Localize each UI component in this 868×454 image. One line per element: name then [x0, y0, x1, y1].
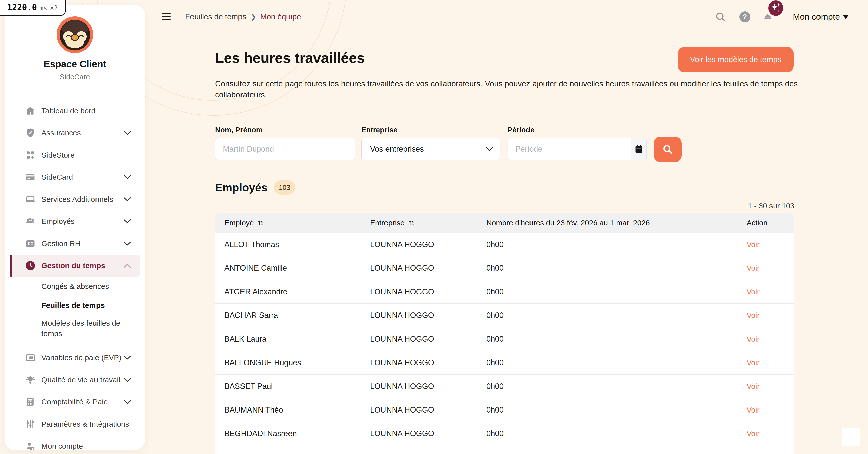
sidebar-item-label: Feuilles de temps — [41, 300, 105, 311]
app-title: Espace Client — [4, 59, 145, 70]
debug-time-unit: ms — [39, 4, 47, 12]
account-menu[interactable]: Mon compte — [793, 11, 848, 22]
company-select[interactable]: Vos entreprises — [361, 138, 500, 160]
sidebar-item-modeles-des-feuilles-de-temps[interactable]: Modèles des feuilles de temps — [4, 315, 145, 347]
sort-icon — [257, 219, 265, 227]
sidebar-item-conges-absences[interactable]: Congés & absences — [4, 277, 145, 296]
voir-link[interactable]: Voir — [747, 311, 760, 320]
sidebar-item-qualite-de-vie-au-travail[interactable]: Qualité de vie au travail — [4, 369, 145, 391]
breadcrumb-separator-icon: ❯ — [250, 12, 256, 21]
table-row: BEGHDADI NasreenLOUNNA HOGGO0h00Voir — [215, 422, 794, 446]
hamburger-menu-icon[interactable] — [162, 12, 172, 22]
voir-link[interactable]: Voir — [747, 240, 760, 249]
sidebar-item-label: Employés — [41, 216, 75, 227]
users-icon — [25, 216, 36, 227]
sidebar-item-label: Tableau de bord — [41, 105, 95, 116]
sparkles-badge-icon — [768, 0, 783, 16]
table-row: ALLOT ThomasLOUNNA HOGGO0h00Voir — [215, 233, 794, 256]
period-filter-label: Période — [508, 126, 534, 134]
employees-heading: Employés — [215, 181, 268, 194]
sidebar-item-sidestore[interactable]: SideStore — [4, 144, 145, 166]
cell-hours: 0h00 — [477, 287, 737, 296]
sidebar: Espace Client SideCare Tableau de bordAs… — [4, 4, 145, 451]
sidebar-item-label: Gestion RH — [41, 238, 81, 249]
cell-company: LOUNNA HOGGO — [361, 287, 477, 296]
cell-company: LOUNNA HOGGO — [361, 335, 477, 344]
evp-icon — [25, 352, 36, 363]
search-icon[interactable] — [715, 11, 726, 22]
breadcrumb-parent[interactable]: Feuilles de temps — [185, 12, 246, 21]
home-icon — [25, 105, 36, 116]
cell-action: Voir — [737, 405, 794, 415]
view-time-templates-button[interactable]: Voir les modèles de temps — [678, 47, 794, 72]
name-filter-input[interactable] — [215, 138, 355, 160]
chevron-up-icon — [124, 264, 131, 268]
voir-link[interactable]: Voir — [747, 382, 760, 390]
sidebar-item-gestion-rh[interactable]: Gestion RH — [4, 233, 145, 255]
account-label: Mon compte — [793, 12, 840, 22]
search-filter-button[interactable] — [654, 137, 682, 162]
sidebar-item-label: Mon compte — [41, 441, 83, 451]
sliders-icon — [25, 419, 36, 430]
store-icon — [25, 150, 36, 161]
cell-employee: BEGHDADI Nasreen — [215, 429, 361, 438]
period-input[interactable] — [508, 138, 631, 160]
cell-employee: ATGER Alexandre — [215, 287, 361, 296]
breadcrumb-current: Mon équipe — [260, 12, 301, 21]
sidebar-item-employes[interactable]: Employés — [4, 210, 145, 233]
penguin-logo-icon — [56, 16, 94, 54]
table-row: BALK LauraLOUNNA HOGGO0h00Voir — [215, 327, 794, 351]
sidebar-item-label: SideStore — [41, 150, 75, 160]
voir-link[interactable]: Voir — [747, 264, 760, 272]
cell-action: Voir — [737, 311, 794, 320]
sidebar-item-services-additionnels[interactable]: Services Additionnels — [4, 188, 145, 210]
pagination-status: 1 - 30 sur 103 — [215, 202, 794, 210]
voir-link[interactable]: Voir — [747, 359, 760, 367]
column-header-company[interactable]: Entreprise — [361, 219, 477, 227]
debug-multiplier: ×2 — [50, 4, 58, 12]
sidebar-item-label: Modèles des feuilles de temps — [41, 318, 129, 339]
voir-link[interactable]: Voir — [747, 429, 760, 438]
sidebar-item-feuilles-de-temps[interactable]: Feuilles de temps — [4, 296, 145, 315]
sidebar-item-label: SideCard — [41, 172, 73, 182]
cell-hours: 0h00 — [477, 311, 737, 320]
cell-company: LOUNNA HOGGO — [361, 311, 477, 320]
voir-link[interactable]: Voir — [747, 453, 760, 454]
voir-link[interactable]: Voir — [747, 287, 760, 296]
employees-table: Employé Entreprise Nombre d'heures du 23… — [215, 213, 794, 454]
sidebar-item-mon-compte[interactable]: Mon compte — [4, 435, 145, 451]
cell-action: Voir — [737, 335, 794, 344]
table-row: BACHAR SarraLOUNNA HOGGO0h00Voir — [215, 304, 794, 327]
table-row: ANTOINE CamilleLOUNNA HOGGO0h00Voir — [215, 256, 794, 280]
cell-hours: 0h00 — [477, 453, 737, 454]
voir-link[interactable]: Voir — [747, 406, 760, 414]
chevron-down-icon — [124, 175, 131, 180]
cell-employee: ANTOINE Camille — [215, 264, 361, 273]
cell-hours: 0h00 — [477, 405, 737, 415]
sidebar-item-gestion-du-temps[interactable]: Gestion du temps — [10, 255, 140, 277]
sidebar-item-variables-de-paie-evp[interactable]: Variables de paie (EVP) — [4, 347, 145, 369]
sidebar-item-label: Gestion du temps — [41, 261, 105, 271]
widget-placeholder-square — [842, 428, 860, 447]
sidebar-item-sidecard[interactable]: SideCard — [4, 166, 145, 188]
chevron-down-icon — [124, 377, 131, 382]
sidebar-item-assurances[interactable]: Assurances — [4, 122, 145, 144]
cell-company: LOUNNA HOGGO — [361, 264, 477, 273]
sidebar-item-tableau-de-bord[interactable]: Tableau de bord — [4, 100, 145, 122]
sidebar-item-comptabilite-paie[interactable]: Comptabilité & Paie — [4, 391, 145, 413]
sidebar-item-parametres-integrations[interactable]: Paramètres & Intégrations — [4, 413, 145, 435]
clock-icon — [25, 260, 36, 271]
debug-time-value: 1220.0 — [7, 2, 37, 12]
chevron-down-icon — [124, 241, 131, 246]
calendar-icon — [634, 144, 644, 154]
cell-action: Voir — [737, 429, 794, 438]
column-header-employee[interactable]: Employé — [215, 219, 361, 227]
table-header-row: Employé Entreprise Nombre d'heures du 23… — [215, 213, 794, 233]
cell-company: LOUNNA HOGGO — [361, 405, 477, 415]
company-select-value: Vos entreprises — [370, 145, 424, 154]
help-icon[interactable]: ? — [739, 11, 750, 22]
voir-link[interactable]: Voir — [747, 335, 760, 343]
company-filter-label: Entreprise — [361, 126, 397, 134]
calendar-button[interactable] — [631, 138, 646, 160]
search-icon — [662, 143, 674, 155]
